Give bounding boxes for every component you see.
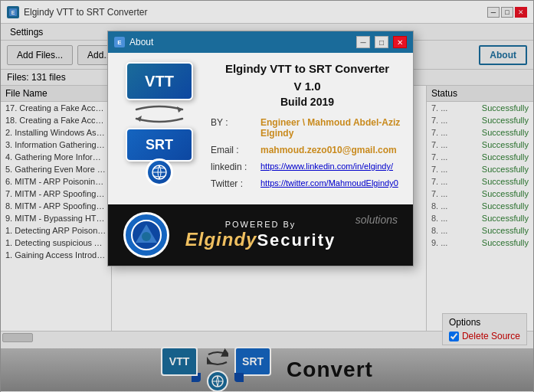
- footer-brand: Elgindy Security: [185, 229, 336, 250]
- about-build: Build 2019: [211, 96, 404, 108]
- about-app-title: Elgindy VTT to SRT Converter: [211, 62, 404, 75]
- about-linkedin-field: linkedin : https://www.linkedin.com/in/e…: [211, 162, 404, 172]
- about-minimize-button[interactable]: ─: [356, 36, 370, 48]
- about-info-side: Elgindy VTT to SRT Converter V 1.0 Build…: [211, 62, 404, 195]
- about-overlay: E About ─ □ ✕ VTT: [0, 0, 534, 392]
- about-footer: POWERED By Elgindy Security solutions: [108, 204, 413, 266]
- srt-badge: SRT: [126, 128, 193, 162]
- solutions-text: solutions: [355, 214, 398, 226]
- about-close-button[interactable]: ✕: [393, 36, 407, 48]
- about-twitter-label: Twitter :: [211, 178, 260, 189]
- about-title: About: [129, 37, 352, 47]
- globe-badge: [146, 158, 173, 186]
- about-version: V 1.0: [211, 80, 404, 93]
- svg-marker-4: [136, 116, 142, 122]
- vtt-badge: VTT: [126, 62, 193, 100]
- security-text: Security: [257, 230, 336, 250]
- about-content: VTT SRT: [108, 53, 413, 204]
- about-twitter-field: Twitter : https://twitter.com/MahmoudElg…: [211, 178, 404, 189]
- about-icon: E: [114, 37, 125, 47]
- elgindy-text: Elgindy: [185, 229, 257, 250]
- footer-logo-inner: [131, 220, 162, 250]
- about-by-label: BY :: [211, 117, 260, 128]
- svg-marker-3: [177, 106, 182, 113]
- powered-by-label: POWERED By: [225, 220, 296, 229]
- footer-logo: [123, 212, 169, 258]
- about-linkedin-link[interactable]: https://www.linkedin.com/in/elgindy/: [260, 162, 393, 171]
- about-by-field: BY : Engineer \ Mahmoud Abdel-Aziz Elgin…: [211, 117, 404, 139]
- about-linkedin-label: linkedin :: [211, 162, 260, 172]
- about-by-value: Engineer \ Mahmoud Abdel-Aziz Elgindy: [260, 117, 404, 139]
- curved-arrows: [129, 102, 190, 126]
- about-logo-side: VTT SRT: [117, 62, 201, 195]
- about-title-bar: E About ─ □ ✕: [108, 31, 413, 53]
- about-dialog: E About ─ □ ✕ VTT: [107, 31, 414, 266]
- about-email-value: mahmoud.zezo010@gmail.com: [260, 145, 397, 155]
- footer-text-area: POWERED By Elgindy Security: [185, 220, 336, 250]
- about-twitter-link[interactable]: https://twitter.com/MahmoudElgindy0: [260, 178, 398, 188]
- svg-point-7: [142, 232, 151, 241]
- srt-badge-area: SRT: [126, 128, 193, 186]
- about-maximize-button[interactable]: □: [375, 36, 388, 48]
- about-email-label: Email :: [211, 145, 260, 155]
- about-email-field: Email : mahmoud.zezo010@gmail.com: [211, 145, 404, 155]
